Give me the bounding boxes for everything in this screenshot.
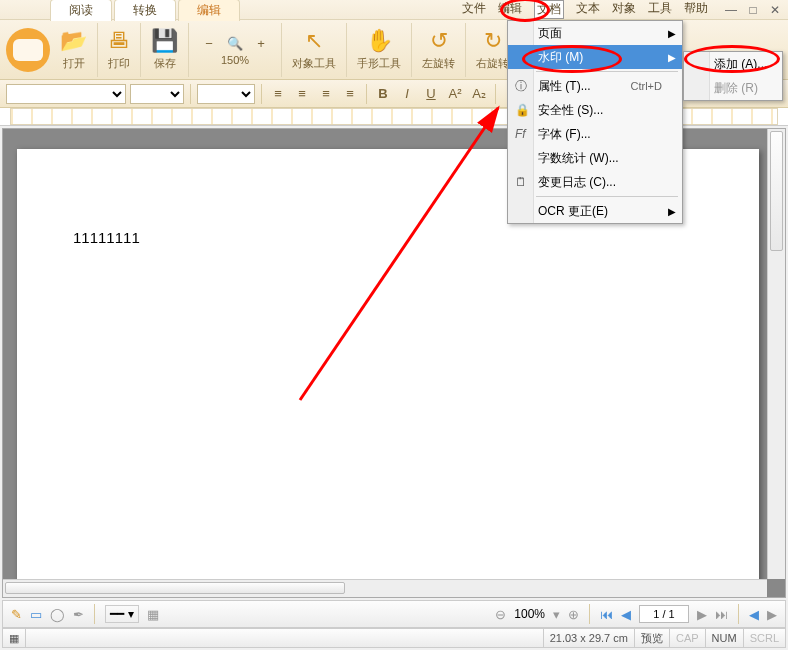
status-dimensions: 21.03 x 29.7 cm bbox=[543, 629, 634, 647]
status-num: NUM bbox=[705, 629, 743, 647]
menu-object[interactable]: 对象 bbox=[612, 0, 636, 19]
ellipse-tool-button[interactable]: ◯ bbox=[50, 607, 65, 622]
print-button[interactable]: 🖶打印 bbox=[98, 23, 141, 77]
menu-separator bbox=[536, 196, 678, 197]
menu-item-security[interactable]: 🔒安全性 (S)... bbox=[508, 98, 682, 122]
superscript-button[interactable]: A² bbox=[445, 84, 465, 104]
separator bbox=[589, 604, 590, 624]
submenu-item-remove: 删除 (R) bbox=[684, 76, 782, 100]
pen-tool-button[interactable]: ✒ bbox=[73, 607, 84, 622]
italic-button[interactable]: I bbox=[397, 84, 417, 104]
tab-read[interactable]: 阅读 bbox=[50, 0, 112, 21]
zoom-in-icon[interactable]: + bbox=[251, 34, 271, 54]
status-bar: ▦ 21.03 x 29.7 cm 预览 CAP NUM SCRL bbox=[2, 628, 786, 648]
vertical-scroll-thumb[interactable] bbox=[770, 131, 783, 251]
rotate-left-button[interactable]: ↺左旋转 bbox=[412, 23, 466, 77]
separator bbox=[261, 84, 262, 104]
hand-tool-label: 手形工具 bbox=[357, 56, 401, 71]
save-icon: 💾 bbox=[151, 28, 178, 54]
prev-page-button[interactable]: ◀ bbox=[621, 607, 631, 622]
changelog-icon: 🗒 bbox=[515, 175, 527, 189]
separator bbox=[190, 84, 191, 104]
menu-item-properties[interactable]: ⓘ属性 (T)...Ctrl+D bbox=[508, 74, 682, 98]
shape-tool-button[interactable]: ▭ bbox=[30, 607, 42, 622]
menu-item-watermark[interactable]: 水印 (M)▶ bbox=[508, 45, 682, 69]
hand-icon: ✋ bbox=[366, 28, 393, 54]
edit-tool-button[interactable]: ✎ bbox=[11, 607, 22, 622]
open-button[interactable]: 📂打开 bbox=[50, 23, 98, 77]
menu-bar: 文件 编辑 文档 文本 对象 工具 帮助 bbox=[462, 0, 714, 19]
document-dropdown: 页面▶ 水印 (M)▶ ⓘ属性 (T)...Ctrl+D 🔒安全性 (S)...… bbox=[507, 20, 683, 224]
menu-text[interactable]: 文本 bbox=[576, 0, 600, 19]
menu-item-changelog[interactable]: 🗒变更日志 (C)... bbox=[508, 170, 682, 194]
zoom-out-button[interactable]: ⊖ bbox=[495, 607, 506, 622]
font-icon: Ff bbox=[515, 127, 526, 141]
last-page-button[interactable]: ⏭ bbox=[715, 607, 728, 622]
menu-item-label: OCR 更正(E) bbox=[538, 203, 608, 220]
menu-help[interactable]: 帮助 bbox=[684, 0, 708, 19]
style-combo[interactable] bbox=[197, 84, 255, 104]
nav-forward-button[interactable]: ▶ bbox=[767, 607, 777, 622]
title-bar: 阅读 转换 编辑 文件 编辑 文档 文本 对象 工具 帮助 — □ ✕ bbox=[0, 0, 788, 20]
menu-edit[interactable]: 编辑 bbox=[498, 0, 522, 19]
menu-item-page[interactable]: 页面▶ bbox=[508, 21, 682, 45]
menu-item-wordcount[interactable]: 字数统计 (W)... bbox=[508, 146, 682, 170]
status-mode: 预览 bbox=[634, 629, 669, 647]
zoom-group[interactable]: −🔍+ 150% bbox=[189, 23, 282, 77]
horizontal-scrollbar[interactable] bbox=[3, 579, 767, 597]
hand-tool-button[interactable]: ✋手形工具 bbox=[347, 23, 412, 77]
mode-tabs: 阅读 转换 编辑 bbox=[50, 0, 242, 21]
document-text[interactable]: 11111111 bbox=[73, 229, 140, 246]
printer-icon: 🖶 bbox=[108, 28, 130, 54]
submenu-arrow-icon: ▶ bbox=[668, 52, 676, 63]
zoom-label: 150% bbox=[221, 54, 249, 66]
maximize-button[interactable]: □ bbox=[746, 3, 760, 17]
print-label: 打印 bbox=[108, 56, 130, 71]
nav-back-button[interactable]: ◀ bbox=[749, 607, 759, 622]
font-family-combo[interactable] bbox=[6, 84, 126, 104]
separator bbox=[495, 84, 496, 104]
save-label: 保存 bbox=[154, 56, 176, 71]
align-justify-button[interactable]: ≡ bbox=[340, 84, 360, 104]
font-size-combo[interactable] bbox=[130, 84, 184, 104]
shortcut-label: Ctrl+D bbox=[631, 80, 662, 92]
tab-convert[interactable]: 转换 bbox=[114, 0, 176, 21]
first-page-button[interactable]: ⏮ bbox=[600, 607, 613, 622]
rotate-left-label: 左旋转 bbox=[422, 56, 455, 71]
window-controls: — □ ✕ bbox=[724, 3, 782, 17]
zoom-dropdown-button[interactable]: ▾ bbox=[553, 607, 560, 622]
object-tool-button[interactable]: ↖对象工具 bbox=[282, 23, 347, 77]
watermark-submenu: 添加 (A)... 删除 (R) bbox=[683, 51, 783, 101]
next-page-button[interactable]: ▶ bbox=[697, 607, 707, 622]
zoom-reset-icon[interactable]: 🔍 bbox=[225, 34, 245, 54]
menu-item-ocr[interactable]: OCR 更正(E)▶ bbox=[508, 199, 682, 223]
minimize-button[interactable]: — bbox=[724, 3, 738, 17]
align-right-button[interactable]: ≡ bbox=[316, 84, 336, 104]
save-button[interactable]: 💾保存 bbox=[141, 23, 189, 77]
zoom-in-button[interactable]: ⊕ bbox=[568, 607, 579, 622]
menu-item-fonts[interactable]: Ff字体 (F)... bbox=[508, 122, 682, 146]
menu-document[interactable]: 文档 bbox=[534, 0, 564, 19]
horizontal-scroll-thumb[interactable] bbox=[5, 582, 345, 594]
align-center-button[interactable]: ≡ bbox=[292, 84, 312, 104]
submenu-item-add[interactable]: 添加 (A)... bbox=[684, 52, 782, 76]
separator bbox=[94, 604, 95, 624]
underline-button[interactable]: U bbox=[421, 84, 441, 104]
bold-button[interactable]: B bbox=[373, 84, 393, 104]
subscript-button[interactable]: A₂ bbox=[469, 84, 489, 104]
rotate-right-label: 右旋转 bbox=[476, 56, 509, 71]
close-button[interactable]: ✕ bbox=[768, 3, 782, 17]
menu-item-label: 页面 bbox=[538, 25, 562, 42]
status-cap: CAP bbox=[669, 629, 705, 647]
line-style-select[interactable]: ━━▾ bbox=[105, 605, 139, 623]
tab-edit[interactable]: 编辑 bbox=[178, 0, 240, 21]
menu-tools[interactable]: 工具 bbox=[648, 0, 672, 19]
vertical-scrollbar[interactable] bbox=[767, 129, 785, 579]
bottom-toolbar: ✎ ▭ ◯ ✒ ━━▾ ▦ ⊖ 100% ▾ ⊕ ⏮ ◀ ▶ ⏭ ◀ ▶ bbox=[2, 600, 786, 628]
align-left-button[interactable]: ≡ bbox=[268, 84, 288, 104]
app-logo[interactable] bbox=[6, 28, 50, 72]
zoom-out-icon[interactable]: − bbox=[199, 34, 219, 54]
menu-file[interactable]: 文件 bbox=[462, 0, 486, 19]
table-tool-button[interactable]: ▦ bbox=[147, 607, 159, 622]
page-number-input[interactable] bbox=[639, 605, 689, 623]
